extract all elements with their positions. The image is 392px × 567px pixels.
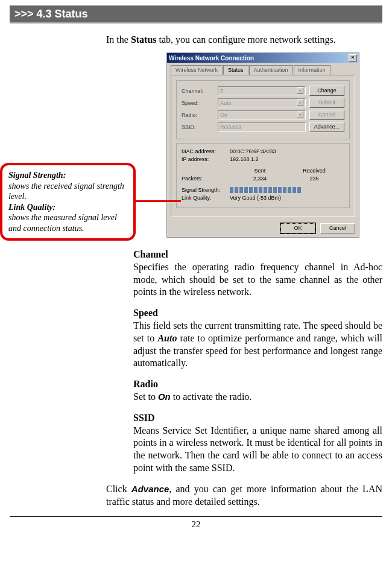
radio-dropdown[interactable]: On ▾ bbox=[218, 110, 306, 119]
page-number: 22 bbox=[192, 519, 201, 529]
sent-header: Sent bbox=[230, 168, 290, 174]
footer-paragraph: Click Advance, and you can get more info… bbox=[106, 483, 382, 508]
ip-value: 192.168.1.2 bbox=[230, 156, 259, 162]
callout-pointer bbox=[135, 200, 181, 202]
page-footer: 22 bbox=[10, 516, 382, 530]
btn-label: Change bbox=[317, 87, 337, 93]
tab-strip: Wireless Network Status Authentication I… bbox=[167, 63, 359, 75]
ok-button[interactable]: OK bbox=[280, 223, 315, 233]
btn-label: Submit bbox=[318, 100, 335, 106]
btn-label: Advance... bbox=[314, 124, 340, 130]
btn-label: Cancel bbox=[329, 225, 346, 231]
footer-advance-em: Advance bbox=[131, 484, 169, 494]
intro-post: tab, you can configure more network sett… bbox=[157, 34, 336, 45]
mac-label: MAC address: bbox=[182, 148, 230, 154]
settings-group: Channel: 7 ▾ Change Speed: Auto ▾ Submit bbox=[176, 80, 350, 139]
dialog-cancel-button[interactable]: Cancel bbox=[320, 223, 355, 233]
radio-label: Radio: bbox=[182, 112, 218, 118]
dialog-button-row: OK Cancel bbox=[167, 221, 359, 237]
signal-strength-label: Signal Strength: bbox=[182, 187, 230, 193]
radio-heading: Radio bbox=[133, 378, 382, 391]
ssid-field[interactable]: RG54G2 bbox=[218, 122, 306, 131]
tab-label: Information bbox=[299, 67, 326, 73]
info-group: MAC address: 00:0C:76:6F:4A:B3 IP addres… bbox=[176, 143, 350, 208]
dialog-title: Wireless Network Connection bbox=[169, 55, 254, 62]
channel-dropdown[interactable]: 7 ▾ bbox=[218, 86, 306, 95]
callout-desc-2: shows the measured signal level and conn… bbox=[8, 213, 117, 233]
footer-pre: Click bbox=[106, 484, 131, 494]
packets-label: Packets: bbox=[182, 176, 230, 182]
channel-label: Channel: bbox=[182, 88, 218, 94]
radio-on-em: On bbox=[158, 391, 171, 402]
received-header: Received bbox=[290, 168, 338, 174]
ssid-body: Means Service Set Identifier, a unique n… bbox=[133, 425, 382, 473]
mac-value: 00:0C:76:6F:4A:B3 bbox=[230, 148, 276, 154]
ssid-heading: SSID bbox=[133, 412, 382, 425]
callout-desc-1: shows the received signal strength level… bbox=[8, 182, 124, 201]
radio-section: Radio Set to On to activate the radio. bbox=[133, 378, 382, 404]
advance-button[interactable]: Advance... bbox=[309, 122, 344, 132]
callout-box: Signal Strength: shows the received sign… bbox=[0, 163, 136, 241]
tab-wireless-network[interactable]: Wireless Network bbox=[171, 65, 223, 75]
packets-received: 235 bbox=[290, 176, 338, 182]
radio-body-2: to activate the radio. bbox=[171, 391, 252, 402]
chevron-down-icon: ▾ bbox=[297, 100, 303, 106]
section-header: >>> 4.3 Status bbox=[10, 5, 382, 24]
radio-body-1: Set to bbox=[133, 391, 158, 402]
tab-label: Status bbox=[228, 67, 244, 73]
btn-label: Cancel bbox=[318, 112, 335, 118]
ip-label: IP address: bbox=[182, 156, 230, 162]
section-title: >>> 4.3 Status bbox=[14, 8, 88, 20]
callout-title-2: Link Quality: bbox=[8, 203, 55, 212]
cancel-button[interactable]: Cancel bbox=[309, 110, 344, 120]
speed-label: Speed: bbox=[182, 100, 218, 106]
speed-heading: Speed bbox=[133, 307, 382, 320]
ssid-value: RG54G2 bbox=[220, 124, 242, 130]
change-button[interactable]: Change bbox=[309, 86, 344, 96]
dialog-panel: Channel: 7 ▾ Change Speed: Auto ▾ Submit bbox=[171, 75, 355, 217]
radio-value: On bbox=[220, 112, 227, 118]
ssid-label: SSID: bbox=[182, 124, 218, 130]
btn-label: OK bbox=[294, 225, 302, 231]
link-quality-value: Very Good (-53 dBm) bbox=[230, 195, 281, 201]
speed-section: Speed This field sets the current transm… bbox=[133, 307, 382, 370]
dialog-titlebar: Wireless Network Connection × bbox=[167, 53, 359, 63]
channel-heading: Channel bbox=[133, 249, 382, 261]
speed-value: Auto bbox=[220, 100, 232, 106]
chevron-down-icon: ▾ bbox=[297, 87, 303, 94]
intro-bold: Status bbox=[131, 34, 157, 45]
intro-paragraph: In the Status tab, you can configure mor… bbox=[106, 34, 382, 45]
channel-section: Channel Specifies the operating radio fr… bbox=[133, 249, 382, 299]
tab-label: Authentication bbox=[254, 67, 288, 73]
channel-value: 7 bbox=[220, 88, 223, 94]
tab-authentication[interactable]: Authentication bbox=[249, 65, 293, 75]
speed-auto-em: Auto bbox=[157, 333, 177, 343]
tab-status[interactable]: Status bbox=[223, 65, 248, 75]
ssid-section: SSID Means Service Set Identifier, a uni… bbox=[133, 412, 382, 475]
tab-information[interactable]: Information bbox=[294, 65, 330, 75]
intro-pre: In the bbox=[106, 34, 131, 45]
signal-strength-bar bbox=[230, 187, 302, 193]
submit-button[interactable]: Submit bbox=[309, 98, 344, 108]
chevron-down-icon: ▾ bbox=[297, 112, 303, 118]
packets-sent: 2,334 bbox=[230, 176, 290, 182]
link-quality-label: Link Quality: bbox=[182, 195, 230, 201]
callout-title-1: Signal Strength: bbox=[8, 171, 66, 180]
dialog-window: Wireless Network Connection × Wireless N… bbox=[166, 52, 359, 238]
channel-body: Specifies the operating radio frequency … bbox=[133, 262, 382, 297]
close-icon[interactable]: × bbox=[349, 54, 357, 62]
tab-label: Wireless Network bbox=[175, 67, 218, 73]
speed-dropdown[interactable]: Auto ▾ bbox=[218, 98, 306, 107]
